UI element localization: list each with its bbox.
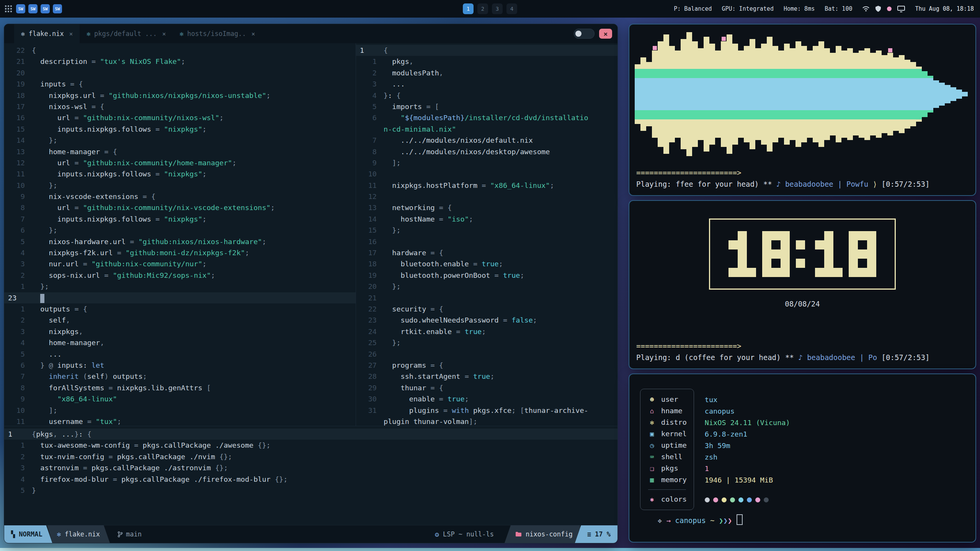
display-icon[interactable] <box>897 6 905 12</box>
fetch-value: tux <box>705 394 790 406</box>
tray-app-icon[interactable]: SW <box>16 4 25 13</box>
music-visualizer-terminal[interactable]: =======================> Playing: ffee f… <box>629 24 976 196</box>
workspace-button[interactable]: 1 <box>463 3 474 14</box>
code-line: 2 modulesPath, <box>356 67 617 78</box>
code-line: 8 ../../modules/nixos/desktop/awesome <box>356 146 617 157</box>
editor-tab[interactable]: ✻pkgs/default ...× <box>80 24 173 43</box>
visualizer-bar <box>899 55 905 133</box>
now-playing-text: Playing: d (coffee for your head) ** ♪ b… <box>636 352 969 363</box>
line-number: 26 <box>356 349 384 360</box>
color-dot <box>755 497 760 502</box>
code-line: 3 ... <box>356 78 617 90</box>
system-tray: SWSWSWSW <box>16 4 62 13</box>
tab-close-icon[interactable]: × <box>69 30 73 37</box>
toggle-knob <box>575 31 581 37</box>
gear-icon: ⚙ <box>435 530 439 538</box>
color-dot <box>722 497 727 502</box>
line-number: 20 <box>4 67 32 78</box>
code-line: 15 inputs.nixpkgs.follows = "nixpkgs"; <box>4 124 356 135</box>
clock-digits <box>728 231 876 277</box>
code-line: 2 tux-nvim-config = pkgs.callPackage ./n… <box>4 451 617 462</box>
visualizer-bar <box>841 51 847 138</box>
visualizer-bar <box>750 39 755 149</box>
fetch-label-row: ☻user <box>647 394 687 405</box>
visualizer-bar <box>635 64 640 124</box>
workspace-button[interactable]: 3 <box>492 3 503 14</box>
code-line: 21 <box>356 292 617 303</box>
code-line: 13 networking = { <box>356 202 617 213</box>
workspace-button[interactable]: 2 <box>477 3 488 14</box>
code-line: 21 description = "tux's NixOS Flake"; <box>4 56 356 67</box>
code-line: 3 nur.url = "github:nix-community/nur"; <box>4 258 356 269</box>
line-number: 1 <box>356 56 384 67</box>
visualizer-bar <box>773 46 778 142</box>
line-number: 21 <box>356 292 384 303</box>
fetch-value: zsh <box>705 452 790 463</box>
tray-app-icon[interactable]: SW <box>53 4 62 13</box>
line-number: 7 <box>356 135 384 146</box>
record-dot-icon[interactable] <box>887 6 892 11</box>
line-number: 4 <box>4 474 32 485</box>
code-line: 4}: { <box>356 90 617 101</box>
tray-app-icon[interactable]: SW <box>28 4 38 13</box>
color-dot <box>738 497 743 502</box>
code-line: 6 "${modulesPath}/installer/cd-dvd/insta… <box>356 112 617 123</box>
line-number: 22 <box>4 45 32 56</box>
visualizer-bar <box>945 85 951 103</box>
status-text: Bat: 100 <box>825 5 852 12</box>
titlebar-toggle-button[interactable] <box>574 29 595 39</box>
workspace-button[interactable]: 4 <box>506 3 517 14</box>
line-number: 10 <box>356 168 384 179</box>
line-number: 4 <box>4 337 32 348</box>
visualizer-bar <box>864 48 870 140</box>
line-number: 11 <box>4 168 32 179</box>
fetch-label-row: ▦memory <box>647 474 687 486</box>
tab-close-icon[interactable]: × <box>252 30 255 37</box>
tab-close-icon[interactable]: × <box>162 30 166 37</box>
tray-app-icon[interactable]: SW <box>41 4 50 13</box>
line-number: 4 <box>4 247 32 258</box>
shell-icon: ⌨ <box>647 451 657 463</box>
window-close-button[interactable]: × <box>599 29 612 39</box>
visualizer-bar <box>681 39 686 149</box>
code-line: 22 security = { <box>356 303 617 315</box>
nix-icon: ✻ <box>21 30 25 37</box>
visualizer-bar <box>951 87 956 101</box>
code-line: 9 nix-vscode-extensions = { <box>4 191 356 202</box>
fetch-terminal[interactable]: ☻user⌂hname✻distro▣kernel◷uptime⌨shell❑p… <box>629 373 976 543</box>
kernel-icon: ▣ <box>647 428 657 440</box>
editor-pane-flake[interactable]: 22{21 description = "tux's NixOS Flake";… <box>4 43 356 426</box>
wifi-icon[interactable] <box>862 6 870 12</box>
code-line: 12 <box>356 191 617 202</box>
shell-prompt[interactable]: ❖ → canopus ~ ❯❯❯ <box>640 506 743 533</box>
editor-tab[interactable]: ✻flake.nix× <box>14 24 80 43</box>
visualizer-bar <box>847 48 853 140</box>
code-line: 5 imports = [ <box>356 101 617 112</box>
fetch-label-row: ❑pkgs <box>647 463 687 474</box>
app-grid-icon[interactable] <box>5 5 12 13</box>
code-line: 23 sudo.wheelNeedsPassword = false; <box>356 315 617 326</box>
code-line: 18 nixpkgs.url = "github:nixos/nixpkgs/n… <box>4 90 356 101</box>
visualizer-bar <box>962 92 968 96</box>
nix-icon: ✻ <box>87 30 90 37</box>
visualizer-bar <box>767 37 773 152</box>
line-number: 14 <box>356 214 384 225</box>
line-number: 20 <box>356 281 384 292</box>
editor-tab[interactable]: ✻hosts/isoImag..× <box>173 24 262 43</box>
line-number: 17 <box>356 247 384 258</box>
code-line: 22{ <box>4 45 356 56</box>
clock-terminal[interactable]: 08/08/24 =======================> Playin… <box>629 200 976 369</box>
status-text: P: Balanced <box>674 5 712 12</box>
editor-pane-pkgs[interactable]: 1{pkgs, ...}: {1 tux-awesome-wm-config =… <box>4 426 617 525</box>
visualizer-bar <box>686 32 692 156</box>
visualizer-bar <box>732 44 738 145</box>
code-line: 9 ]; <box>356 157 617 168</box>
editor-pane-iso[interactable]: 1{1 pkgs,2 modulesPath,3 ...4}: {5 impor… <box>356 43 617 426</box>
clock-widget[interactable]: Thu Aug 08, 18:18 <box>915 5 974 12</box>
visualizer-bar <box>721 41 727 147</box>
line-number: 7 <box>4 371 32 382</box>
visualizer-bar <box>939 83 945 106</box>
shield-icon[interactable] <box>875 5 881 12</box>
folder-icon <box>515 531 522 537</box>
status-text: Home: 8ms <box>784 5 815 12</box>
